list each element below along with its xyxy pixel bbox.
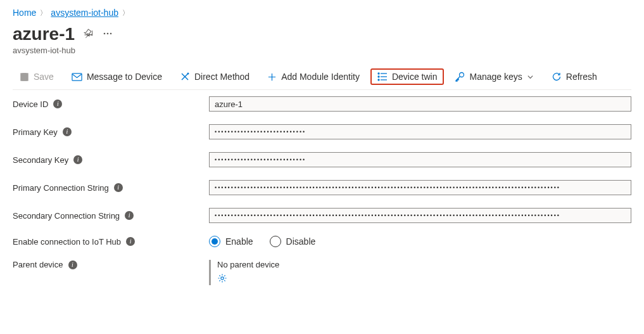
direct-method-icon: [180, 72, 190, 82]
device-twin-label: Device twin: [392, 72, 438, 81]
breadcrumb: Home 〉 avsystem-iot-hub 〉: [13, 6, 631, 22]
parent-device-label: Parent device: [13, 260, 63, 269]
message-label: Message to Device: [87, 72, 162, 81]
radio-checked-icon: [209, 236, 220, 247]
secondary-conn-input[interactable]: [209, 208, 631, 223]
primary-key-input[interactable]: [209, 124, 631, 139]
primary-key-label: Primary Key: [13, 127, 58, 137]
svg-point-14: [460, 73, 464, 77]
info-icon[interactable]: i: [68, 260, 77, 269]
svg-rect-6: [72, 73, 82, 80]
plus-icon: [267, 72, 277, 82]
disable-radio[interactable]: Disable: [270, 236, 316, 247]
page-title: azure-1: [13, 24, 75, 44]
svg-point-1: [107, 32, 109, 34]
info-icon[interactable]: i: [126, 237, 135, 246]
enable-radio[interactable]: Enable: [209, 236, 253, 247]
gear-icon[interactable]: [217, 276, 227, 285]
enable-label: Enable: [225, 236, 253, 247]
enable-conn-label: Enable connection to IoT Hub: [13, 237, 121, 247]
refresh-label: Refresh: [566, 72, 597, 81]
manage-keys-button[interactable]: Manage keys: [448, 68, 540, 86]
add-module-button[interactable]: Add Module Identity: [260, 68, 367, 86]
refresh-icon: [552, 72, 562, 82]
chevron-right-icon: 〉: [122, 8, 129, 18]
device-twin-button[interactable]: Device twin: [370, 68, 445, 85]
svg-point-15: [221, 277, 224, 279]
breadcrumb-home[interactable]: Home: [13, 8, 36, 18]
secondary-key-label: Secondary Key: [13, 155, 68, 165]
parent-device-value: No parent device: [217, 260, 631, 269]
svg-point-12: [378, 79, 379, 80]
secondary-conn-label: Secondary Connection String: [13, 211, 120, 221]
radio-unchecked-icon: [270, 236, 281, 247]
info-icon[interactable]: i: [125, 211, 134, 220]
info-icon[interactable]: i: [53, 100, 62, 108]
breadcrumb-hub[interactable]: avsystem-iot-hub: [51, 8, 118, 18]
list-icon: [377, 72, 388, 81]
page-subtitle: avsystem-iot-hub: [13, 46, 631, 55]
more-icon[interactable]: [103, 29, 113, 41]
svg-point-10: [378, 76, 379, 77]
svg-point-8: [378, 73, 379, 74]
save-label: Save: [34, 72, 54, 81]
svg-point-0: [104, 32, 106, 34]
svg-point-7: [187, 73, 189, 75]
chevron-right-icon: 〉: [40, 8, 47, 18]
disable-label: Disable: [286, 236, 316, 247]
parent-device-box: No parent device: [209, 260, 631, 285]
refresh-button[interactable]: Refresh: [545, 68, 604, 86]
info-icon[interactable]: i: [63, 127, 72, 136]
primary-conn-label: Primary Connection String: [13, 183, 109, 193]
mail-icon: [72, 72, 82, 82]
chevron-down-icon: [527, 74, 534, 80]
save-button: Save: [13, 68, 61, 86]
direct-method-label: Direct Method: [194, 72, 249, 81]
info-icon[interactable]: i: [114, 183, 123, 192]
toolbar: Save Message to Device Direct Method Add…: [13, 64, 631, 90]
device-id-input[interactable]: [209, 96, 631, 112]
svg-point-2: [110, 32, 112, 34]
primary-conn-input[interactable]: [209, 180, 631, 195]
device-id-label: Device ID: [13, 100, 48, 109]
key-icon: [455, 72, 465, 82]
pin-icon[interactable]: [84, 29, 94, 41]
add-module-label: Add Module Identity: [281, 72, 360, 81]
message-to-device-button[interactable]: Message to Device: [65, 68, 169, 86]
save-icon: [20, 72, 29, 82]
manage-keys-label: Manage keys: [469, 72, 522, 81]
secondary-key-input[interactable]: [209, 152, 631, 167]
svg-rect-4: [23, 73, 27, 75]
info-icon[interactable]: i: [73, 155, 82, 164]
direct-method-button[interactable]: Direct Method: [173, 68, 256, 86]
